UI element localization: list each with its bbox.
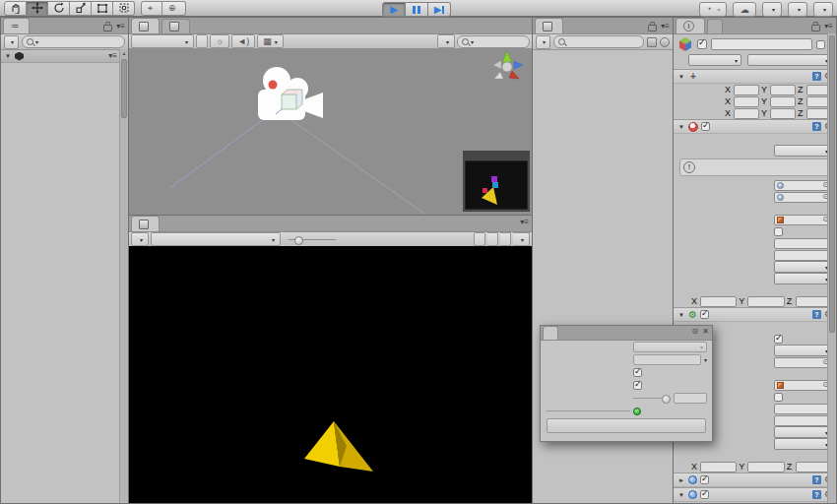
static-checkbox[interactable] bbox=[816, 40, 825, 49]
scale-tool-button[interactable] bbox=[70, 1, 92, 16]
renderer-enabled-checkbox[interactable] bbox=[701, 122, 710, 131]
lock-icon[interactable] bbox=[648, 25, 657, 32]
favorites-icon[interactable] bbox=[660, 37, 670, 47]
hierarchy-search-input[interactable]: ▾ bbox=[22, 35, 125, 48]
layout-dropdown[interactable]: ▾ bbox=[813, 2, 833, 17]
spatial-mapping-renderer-header[interactable]: ▼ ?⚙ bbox=[674, 119, 836, 134]
handle-local-button[interactable]: ⊕ bbox=[162, 1, 186, 16]
draw-mode-dropdown[interactable]: ▾ bbox=[131, 34, 194, 48]
visual-material-field[interactable]: ⊙ bbox=[774, 192, 832, 203]
project-create-dropdown[interactable]: ▾ bbox=[536, 35, 550, 49]
tab-project[interactable] bbox=[535, 18, 563, 33]
bitrate-slider[interactable] bbox=[633, 398, 671, 399]
physics-layer-dropdown[interactable]: ▾ bbox=[774, 345, 832, 356]
foldout-icon[interactable]: ▼ bbox=[4, 53, 12, 59]
scale-slider[interactable] bbox=[289, 239, 336, 240]
half-extents-y-field[interactable] bbox=[747, 296, 784, 307]
step-button[interactable]: ▶ bbox=[428, 2, 451, 17]
remote-machine-field[interactable] bbox=[633, 354, 701, 365]
pause-button[interactable] bbox=[406, 2, 428, 17]
mute-audio-button[interactable] bbox=[487, 232, 498, 246]
tab-hierarchy[interactable]: ≔ bbox=[3, 18, 30, 33]
enable-audio-checkbox[interactable] bbox=[633, 381, 642, 390]
bounding-volume-dropdown[interactable]: ▾ bbox=[774, 273, 832, 284]
time-between-updates-field[interactable] bbox=[774, 238, 832, 249]
time-between-updates-field[interactable] bbox=[774, 404, 832, 414]
lock-icon[interactable] bbox=[811, 25, 820, 32]
help-icon[interactable]: ? bbox=[812, 310, 821, 319]
window-options-icon[interactable]: ⊙ bbox=[692, 328, 699, 336]
pane-menu-icon[interactable]: ▾≡ bbox=[824, 23, 833, 31]
foldout-icon[interactable]: ► bbox=[677, 477, 685, 483]
2d-toggle-button[interactable] bbox=[196, 34, 208, 48]
rotation-y-field[interactable] bbox=[770, 96, 796, 107]
game-gizmos-dropdown[interactable]: ▾ bbox=[513, 232, 530, 246]
position-y-field[interactable] bbox=[770, 85, 796, 95]
removal-update-count-field[interactable] bbox=[774, 415, 832, 426]
occlusion-material-field[interactable]: ⊙ bbox=[774, 180, 832, 191]
gameobject-name-field[interactable] bbox=[711, 38, 812, 50]
script-field[interactable]: ⊙ bbox=[774, 503, 832, 504]
transform-tool-button[interactable] bbox=[113, 1, 135, 16]
rotation-x-field[interactable] bbox=[734, 96, 759, 107]
scale-x-field[interactable] bbox=[734, 108, 759, 119]
surface-parent-field[interactable]: ⊙ bbox=[774, 380, 832, 391]
foldout-icon[interactable]: ▼ bbox=[677, 312, 685, 318]
pivot-center-button[interactable]: ⌖ bbox=[141, 1, 162, 16]
foldout-icon[interactable]: ▼ bbox=[677, 124, 685, 130]
camera-gizmo-icon[interactable] bbox=[170, 67, 424, 214]
removal-update-count-field[interactable] bbox=[774, 250, 832, 261]
collider-enabled-checkbox[interactable] bbox=[700, 310, 709, 319]
rotate-tool-button[interactable] bbox=[48, 1, 70, 16]
freeze-updates-checkbox[interactable] bbox=[774, 227, 783, 236]
tab-inspector[interactable]: i bbox=[676, 18, 705, 33]
foldout-icon[interactable]: ▼ bbox=[677, 74, 685, 80]
scene-search-input[interactable]: ▾ bbox=[457, 35, 530, 48]
gameobject-enabled-checkbox[interactable] bbox=[697, 39, 707, 49]
lighting-toggle-button[interactable]: ☼ bbox=[210, 34, 229, 48]
spatial-mapping-collider-header[interactable]: ▼ ⚙ ?⚙ bbox=[674, 307, 836, 322]
tag-dropdown[interactable]: ▾ bbox=[688, 54, 741, 66]
scale-slider-knob[interactable] bbox=[294, 236, 303, 245]
audio-toggle-button[interactable]: ◄) bbox=[231, 34, 255, 48]
tab-holographic[interactable] bbox=[543, 326, 558, 340]
move-tool-button[interactable] bbox=[27, 1, 48, 16]
freeze-updates-checkbox[interactable] bbox=[774, 393, 783, 402]
layer-dropdown[interactable]: ▾ bbox=[747, 54, 832, 66]
position-x-field[interactable] bbox=[734, 85, 759, 95]
column-view-icon[interactable] bbox=[647, 37, 657, 47]
help-icon[interactable]: ? bbox=[812, 490, 821, 499]
account-dropdown[interactable]: ▾ bbox=[762, 2, 782, 17]
half-extents-x-field[interactable] bbox=[700, 296, 737, 307]
surface-parent-field[interactable]: ⊙ bbox=[774, 215, 832, 225]
pane-menu-icon[interactable]: ▾≡ bbox=[116, 23, 125, 31]
render-state-dropdown[interactable]: ▾ bbox=[774, 145, 832, 157]
hierarchy-create-dropdown[interactable]: ▾ bbox=[4, 35, 19, 49]
orientation-gizmo[interactable] bbox=[493, 51, 523, 79]
rect-tool-button[interactable] bbox=[92, 1, 113, 16]
bounding-volume-dropdown[interactable]: ▾ bbox=[774, 438, 832, 450]
hierarchy-scrollbar[interactable]: ▲ bbox=[119, 49, 128, 503]
level-of-detail-dropdown[interactable]: ▾ bbox=[774, 261, 832, 273]
scroll-up-icon[interactable]: ▲ bbox=[120, 49, 128, 57]
half-extents-y-field[interactable] bbox=[747, 462, 784, 472]
script-enabled-checkbox[interactable] bbox=[700, 490, 709, 499]
scrollbar-thumb[interactable] bbox=[121, 59, 127, 118]
scale-y-field[interactable] bbox=[770, 108, 796, 119]
close-icon[interactable]: ✕ bbox=[702, 328, 709, 336]
tab-scene[interactable] bbox=[131, 18, 160, 33]
stats-button[interactable] bbox=[500, 232, 511, 246]
disconnect-button[interactable] bbox=[547, 418, 706, 433]
lock-icon[interactable] bbox=[103, 25, 112, 32]
bitrate-slider-knob[interactable] bbox=[662, 395, 671, 404]
hand-tool-button[interactable] bbox=[4, 1, 27, 16]
help-icon[interactable]: ? bbox=[812, 72, 821, 81]
aspect-dropdown[interactable]: ▾ bbox=[151, 232, 281, 246]
enable-collisions-checkbox[interactable] bbox=[774, 335, 783, 344]
cloud-button[interactable]: ☁ bbox=[733, 2, 756, 17]
bitrate-value-field[interactable] bbox=[674, 393, 707, 404]
game-viewport[interactable] bbox=[129, 246, 532, 503]
display-dropdown[interactable]: ▾ bbox=[131, 232, 149, 246]
emulation-mode-dropdown[interactable]: ▾ bbox=[633, 342, 707, 352]
play-button[interactable]: ▶ bbox=[382, 2, 406, 17]
